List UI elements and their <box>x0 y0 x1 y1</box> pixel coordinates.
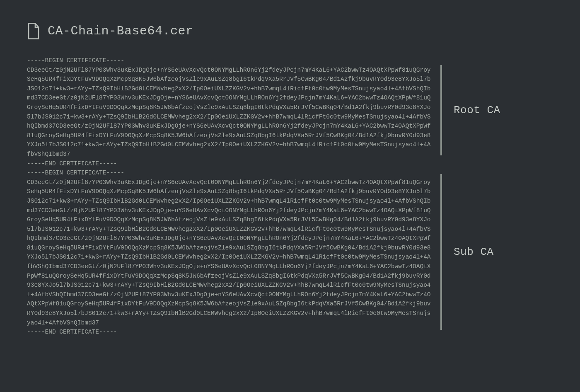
sub-ca-label-box: Sub CA <box>440 174 553 330</box>
file-icon <box>27 23 40 39</box>
sub-ca-label: Sub CA <box>454 246 494 258</box>
root-end-marker: -----END CERTIFICATE----- <box>27 160 117 167</box>
content-row: -----BEGIN CERTIFICATE----- CD3eeGt/z0jN… <box>27 56 553 337</box>
sub-end-marker: -----END CERTIFICATE----- <box>27 329 117 335</box>
sub-cert-body: CD3eeGt/z0jN2UFl87YP03Whv3uKExJDgOje+nYS… <box>27 179 431 326</box>
root-cert-block: -----BEGIN CERTIFICATE----- CD3eeGt/z0jN… <box>27 56 433 337</box>
root-cert-body: CD3eeGt/z0jN2UFl87YP03Whv3uKExJDgOje+nYS… <box>27 67 431 157</box>
filename: CA-Chain-Base64.cer <box>48 24 193 38</box>
file-header: CA-Chain-Base64.cer <box>27 23 553 39</box>
sub-begin-marker: -----BEGIN CERTIFICATE----- <box>27 169 124 176</box>
certificate-column: -----BEGIN CERTIFICATE----- CD3eeGt/z0jN… <box>27 56 433 337</box>
root-ca-label: Root CA <box>454 104 500 116</box>
root-begin-marker: -----BEGIN CERTIFICATE----- <box>27 57 124 64</box>
label-column: Root CA Sub CA <box>433 56 553 337</box>
root-ca-label-box: Root CA <box>440 65 553 155</box>
